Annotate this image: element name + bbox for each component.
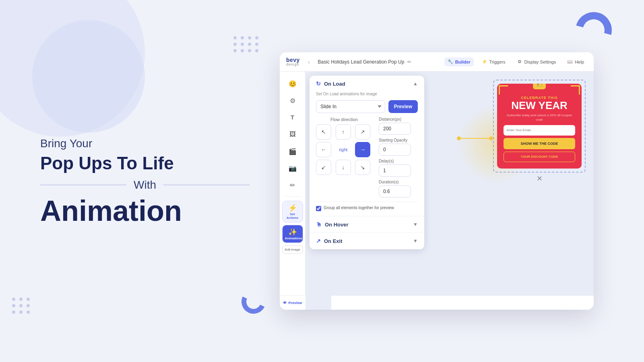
- app-topbar: bevy design ‹ Basic Holidays Lead Genera…: [280, 52, 594, 72]
- animation-type-select[interactable]: Slide In None Fade In Zoom In Bounce: [316, 100, 385, 113]
- with-line-divider: With: [40, 178, 250, 191]
- distance-input[interactable]: [379, 123, 411, 135]
- on-load-subtitle: Set On Load animations for image: [316, 92, 418, 96]
- logo-sub: design: [286, 63, 300, 66]
- animation-word: Animation: [40, 196, 250, 225]
- dir-right[interactable]: →: [355, 142, 370, 157]
- preview-animation-btn[interactable]: Preview: [388, 100, 418, 113]
- topbar-title: Basic Holidays Lead Generation Pop Up ✏: [318, 59, 438, 65]
- sidebar-icon-photo[interactable]: 📷: [285, 161, 300, 175]
- on-exit-header[interactable]: ↗ On Exit ▼: [310, 233, 424, 249]
- exit-icon: ↗: [316, 238, 321, 244]
- set-actions-label: Set Actions: [285, 212, 300, 220]
- bg-hook-top-right: [569, 6, 619, 55]
- popup-close-icon[interactable]: ✕: [537, 174, 543, 183]
- help-btn[interactable]: 📖 Help: [564, 58, 587, 66]
- on-load-section: ↻ On Load ▲ Set On Load animations for i…: [310, 76, 424, 216]
- preview-eye-icon: 👁: [283, 301, 287, 305]
- distance-group: Distance(px): [379, 117, 411, 135]
- hr-left: [40, 184, 126, 185]
- sidebar-icon-image[interactable]: 🖼: [285, 127, 300, 142]
- dir-bottom[interactable]: ↓: [336, 160, 351, 175]
- help-label: Help: [575, 60, 584, 64]
- sidebar-icon-text[interactable]: T: [285, 110, 300, 125]
- preview-label: Preview: [288, 301, 302, 305]
- sidebar-icon-video[interactable]: 🎬: [285, 144, 300, 158]
- flow-direction-label: Flow direction: [316, 117, 372, 122]
- on-hover-section: 🖱 On Hover ▼: [310, 216, 424, 233]
- starting-opacity-input[interactable]: [379, 144, 411, 156]
- popup-email-input[interactable]: [504, 125, 575, 136]
- on-hover-header[interactable]: 🖱 On Hover ▼: [310, 216, 424, 232]
- on-load-body: Set On Load animations for image Slide I…: [310, 92, 424, 216]
- sidebar-icon-edit[interactable]: ✏: [285, 178, 300, 192]
- nav-back-arrow[interactable]: ‹: [306, 59, 312, 65]
- on-hover-chevron: ▼: [413, 222, 418, 227]
- display-settings-icon: ⚙: [517, 59, 522, 65]
- popup-arrow: [459, 138, 491, 139]
- on-load-header-left: ↻ On Load: [316, 80, 345, 87]
- popup-discount-button[interactable]: YOUR DISCOUNT CODE: [504, 152, 575, 162]
- display-settings-btn[interactable]: ⚙ Display Settings: [514, 58, 559, 66]
- duration-label: Duration(s): [379, 180, 411, 184]
- bottom-bar: [331, 295, 594, 310]
- on-load-title: On Load: [324, 81, 345, 87]
- on-load-header[interactable]: ↻ On Load ▲: [310, 76, 424, 92]
- right-inputs: Distance(px) Starting Opacity Delay(s): [379, 117, 411, 197]
- sidebar-icon-gear[interactable]: ⚙: [285, 93, 300, 108]
- sidebar-icon-smiley[interactable]: 😊: [285, 76, 300, 91]
- dir-left[interactable]: ←: [316, 142, 331, 157]
- dir-top-left[interactable]: ↖: [316, 124, 331, 140]
- app-window: bevy design ‹ Basic Holidays Lead Genera…: [280, 52, 594, 310]
- title-line1: Pop Ups To Life: [40, 153, 250, 174]
- animations-icon: ✨: [285, 228, 300, 237]
- main-canvas: ↻ On Load ▲ Set On Load animations for i…: [305, 72, 594, 310]
- popup-subtitle: Subscribe today and unlock a 20% off cou…: [504, 113, 575, 122]
- direction-section: Flow direction ↖ ↑ ↗ ← right → ↙ ↓: [316, 117, 372, 175]
- starting-opacity-group: Starting Opacity: [379, 138, 411, 156]
- on-exit-title: On Exit: [324, 238, 343, 244]
- app-logo: bevy design: [286, 57, 300, 66]
- dir-bottom-right[interactable]: ↘: [355, 160, 370, 175]
- preview-bar: 👁 Preview: [280, 295, 305, 310]
- triggers-icon: ⚡: [482, 59, 487, 65]
- display-settings-label: Display Settings: [524, 60, 556, 64]
- triggers-btn[interactable]: ⚡ Triggers: [479, 58, 509, 66]
- duration-group: Duration(s): [379, 180, 411, 197]
- animation-panel: ↻ On Load ▲ Set On Load animations for i…: [310, 76, 424, 249]
- edit-title-icon[interactable]: ✏: [407, 59, 411, 65]
- topbar-actions: 🔧 Builder ⚡ Triggers ⚙ Display Settings …: [444, 58, 587, 66]
- animations-btn[interactable]: ✨ Animations: [282, 225, 303, 243]
- on-load-chevron-up: ▲: [413, 81, 418, 86]
- dir-top[interactable]: ↑: [336, 124, 351, 140]
- bg-hook-bottom: [238, 286, 269, 317]
- dir-bottom-left[interactable]: ↙: [316, 160, 331, 175]
- group-elements-checkbox[interactable]: [316, 206, 321, 211]
- dir-center-label: right: [336, 142, 351, 157]
- bg-circle-medium: [32, 20, 145, 133]
- popup-card: 🎫 CELEBRATE THIS NEW YEAR Subscribe toda…: [497, 84, 582, 169]
- arrow-dot-left: [457, 136, 461, 140]
- delay-input[interactable]: [379, 165, 411, 177]
- sidebar: 😊 ⚙ T 🖼 🎬 📷 ✏ ⚡ Set Actions ✨ Animations…: [280, 72, 305, 310]
- dir-top-right[interactable]: ↗: [355, 124, 370, 140]
- left-content: Bring Your Pop Ups To Life With Animatio…: [40, 137, 250, 225]
- app-body: 😊 ⚙ T 🖼 🎬 📷 ✏ ⚡ Set Actions ✨ Animations…: [280, 72, 594, 310]
- hr-right: [163, 184, 250, 185]
- group-elements-label: Group all elements together for preview: [324, 205, 394, 210]
- set-actions-icon: ⚡: [285, 204, 300, 212]
- starting-opacity-label: Starting Opacity: [379, 138, 411, 142]
- popup-new-year-text: NEW YEAR: [504, 100, 575, 111]
- animations-label: Animations: [285, 237, 300, 240]
- preview-btn-bottom[interactable]: 👁 Preview: [283, 301, 302, 305]
- popup-cta-button[interactable]: SHOW ME THE CODE: [504, 138, 575, 149]
- sidebar-divider: [285, 196, 301, 197]
- builder-btn[interactable]: 🔧 Builder: [444, 58, 474, 66]
- animation-type-row: Slide In None Fade In Zoom In Bounce Pre…: [316, 100, 418, 113]
- on-exit-chevron: ▼: [413, 238, 418, 244]
- dots-bottom: [12, 298, 31, 314]
- set-actions-btn[interactable]: ⚡ Set Actions: [282, 201, 303, 222]
- duration-input[interactable]: [379, 185, 411, 197]
- popup-preview-container: 🎫 CELEBRATE THIS NEW YEAR Subscribe toda…: [493, 80, 586, 173]
- edit-image-btn[interactable]: Edit Image: [282, 245, 303, 254]
